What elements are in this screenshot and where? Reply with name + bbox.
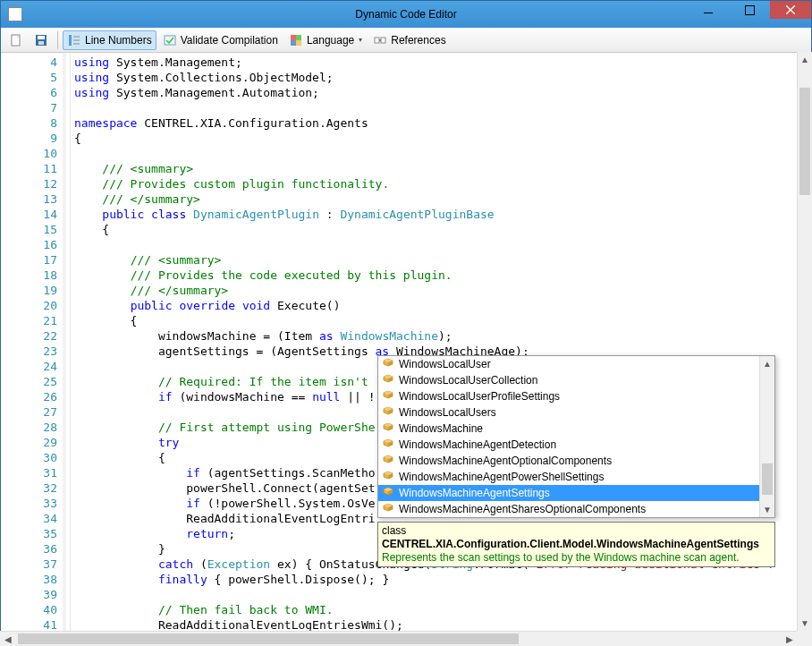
code-line[interactable]: using System.Management.Automation; bbox=[74, 85, 811, 100]
svg-rect-14 bbox=[291, 40, 296, 46]
intellisense-item[interactable]: WindowsMachineAgentOptionalComponents bbox=[378, 453, 774, 469]
code-line[interactable]: finally { powerShell.Dispose(); } bbox=[74, 572, 811, 587]
close-button[interactable] bbox=[770, 1, 811, 19]
code-line[interactable]: namespace CENTREL.XIA.Configuration.Agen… bbox=[74, 115, 811, 131]
code-line[interactable]: windowsMachine = (Item as WindowsMachine… bbox=[74, 328, 811, 344]
intellisense-item[interactable]: WindowsLocalUserProfileSettings bbox=[378, 388, 774, 404]
intellisense-item-label: WindowsLocalUsers bbox=[399, 406, 496, 419]
code-line[interactable]: using System.Management; bbox=[74, 55, 811, 70]
references-label: References bbox=[391, 34, 445, 47]
svg-rect-12 bbox=[291, 35, 296, 40]
scroll-corner bbox=[797, 631, 812, 646]
code-line[interactable]: { bbox=[74, 131, 811, 146]
line-number: 27 bbox=[1, 404, 57, 420]
line-number: 23 bbox=[1, 344, 57, 359]
scroll-down-arrow[interactable]: ▼ bbox=[798, 616, 812, 631]
intellisense-item-label: WindowsMachineAgentOptionalComponents bbox=[399, 455, 612, 467]
intellisense-item[interactable]: WindowsLocalUserCollection bbox=[378, 372, 774, 388]
code-line[interactable]: /// Provides custom plugin functionality… bbox=[74, 176, 811, 191]
new-button[interactable] bbox=[4, 30, 28, 50]
line-number: 12 bbox=[1, 176, 57, 191]
code-line[interactable]: /// <summary> bbox=[74, 161, 811, 176]
line-number: 38 bbox=[1, 572, 57, 587]
maximize-button[interactable] bbox=[729, 1, 770, 19]
code-line[interactable]: /// </summary> bbox=[74, 283, 811, 298]
intellisense-popup[interactable]: WindowsLocalUserWindowsLocalUserCollecti… bbox=[377, 355, 775, 518]
language-icon bbox=[289, 33, 303, 47]
intellisense-item-label: WindowsMachineAgentSettings bbox=[399, 487, 550, 499]
code-line[interactable] bbox=[74, 587, 811, 602]
validate-button[interactable]: Validate Compilation bbox=[158, 30, 283, 50]
class-icon bbox=[382, 455, 394, 467]
line-number: 11 bbox=[1, 161, 57, 176]
code-line[interactable]: /// </summary> bbox=[74, 191, 811, 207]
app-icon bbox=[8, 7, 22, 21]
intellisense-item[interactable]: WindowsLocalUser bbox=[378, 356, 774, 372]
intellisense-item[interactable]: WindowsMachineAgentDetection bbox=[378, 437, 774, 453]
line-number: 5 bbox=[1, 70, 57, 85]
code-line[interactable]: /// Provides the code executed by this p… bbox=[74, 268, 811, 283]
language-dropdown[interactable]: Language ▾ bbox=[284, 30, 367, 50]
horizontal-scroll-thumb[interactable] bbox=[18, 633, 519, 644]
line-numbers-toggle[interactable]: Line Numbers bbox=[63, 30, 156, 50]
intellisense-item[interactable]: WindowsMachineAgentSharesOptionalCompone… bbox=[378, 501, 774, 517]
line-number: 29 bbox=[1, 435, 57, 450]
line-number: 16 bbox=[1, 237, 57, 252]
code-line[interactable] bbox=[74, 146, 811, 161]
line-number: 6 bbox=[1, 85, 57, 100]
class-icon bbox=[382, 374, 394, 387]
scroll-down-arrow[interactable]: ▼ bbox=[760, 502, 774, 517]
toolbar-separator bbox=[57, 31, 58, 49]
code-line[interactable]: using System.Collections.ObjectModel; bbox=[74, 70, 811, 85]
tooltip-prefix: class bbox=[382, 524, 406, 537]
references-button[interactable]: References bbox=[368, 30, 450, 50]
class-icon bbox=[382, 471, 394, 483]
line-number: 20 bbox=[1, 298, 57, 313]
minimize-button[interactable] bbox=[688, 1, 729, 19]
vertical-scrollbar[interactable]: ▲ ▼ bbox=[797, 52, 812, 631]
save-button[interactable] bbox=[30, 30, 53, 50]
class-icon bbox=[382, 422, 394, 435]
horizontal-scrollbar[interactable]: ◀ ▶ bbox=[0, 631, 797, 646]
svg-rect-15 bbox=[296, 40, 301, 46]
scroll-left-arrow[interactable]: ◀ bbox=[0, 632, 15, 646]
scroll-right-arrow[interactable]: ▶ bbox=[782, 632, 797, 646]
validate-icon bbox=[163, 33, 177, 47]
code-line[interactable] bbox=[74, 237, 811, 252]
code-line[interactable]: { bbox=[74, 222, 811, 237]
svg-rect-11 bbox=[165, 36, 175, 45]
line-numbers-label: Line Numbers bbox=[85, 34, 152, 47]
line-number: 30 bbox=[1, 450, 57, 465]
intellisense-scroll-thumb[interactable] bbox=[762, 463, 773, 495]
scroll-up-arrow[interactable]: ▲ bbox=[798, 52, 812, 67]
tooltip-description: Represents the scan settings to used by … bbox=[382, 551, 740, 564]
line-number: 32 bbox=[1, 480, 57, 496]
code-line[interactable] bbox=[74, 100, 811, 115]
intellisense-item[interactable]: WindowsMachine bbox=[378, 421, 774, 437]
code-line[interactable]: public class DynamicAgentPlugin : Dynami… bbox=[74, 207, 811, 222]
references-icon bbox=[373, 33, 387, 47]
intellisense-item[interactable]: WindowsMachineAgentPowerShellSettings bbox=[378, 469, 774, 485]
intellisense-item[interactable]: WindowsMachineAgentSettings bbox=[378, 485, 774, 501]
line-number: 24 bbox=[1, 359, 57, 374]
code-line[interactable]: /// <summary> bbox=[74, 252, 811, 268]
line-number: 36 bbox=[1, 541, 57, 557]
vertical-scroll-thumb[interactable] bbox=[799, 88, 810, 195]
save-icon bbox=[34, 33, 48, 47]
intellisense-scrollbar[interactable]: ▲ ▼ bbox=[759, 356, 774, 517]
line-number: 18 bbox=[1, 268, 57, 283]
intellisense-item[interactable]: WindowsLocalUsers bbox=[378, 404, 774, 421]
svg-rect-16 bbox=[375, 38, 379, 43]
class-icon bbox=[382, 358, 394, 370]
line-number: 39 bbox=[1, 587, 57, 602]
code-line[interactable]: // Then fail back to WMI. bbox=[74, 602, 811, 617]
line-number-gutter: 4567891011121314151617181920212223242526… bbox=[1, 53, 71, 645]
code-line[interactable]: { bbox=[74, 313, 811, 328]
svg-rect-13 bbox=[296, 35, 301, 40]
svg-rect-7 bbox=[69, 35, 72, 46]
scroll-up-arrow[interactable]: ▲ bbox=[760, 356, 774, 371]
intellisense-item-label: WindowsMachineAgentSharesOptionalCompone… bbox=[399, 503, 646, 515]
code-line[interactable]: public override void Execute() bbox=[74, 298, 811, 313]
chevron-down-icon: ▾ bbox=[359, 36, 362, 44]
line-number: 17 bbox=[1, 252, 57, 268]
